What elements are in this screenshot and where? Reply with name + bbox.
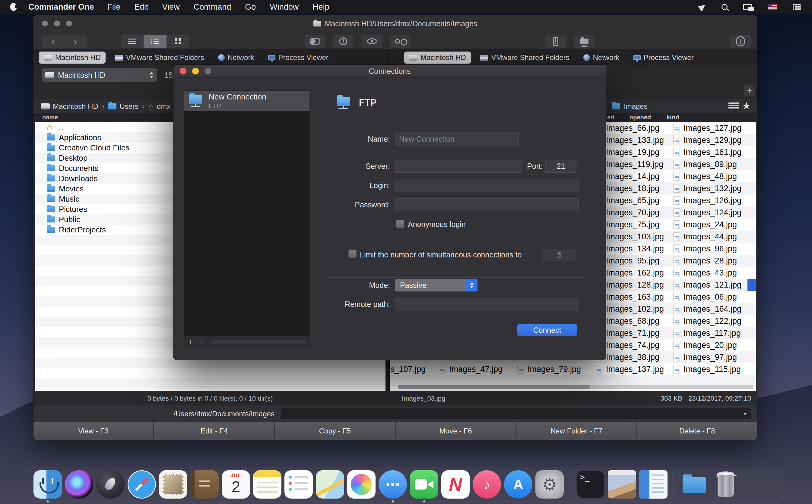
column-header-name[interactable]: name bbox=[42, 114, 58, 121]
menu-view[interactable]: View bbox=[162, 2, 180, 12]
itunes-dock-icon[interactable]: ♪ bbox=[473, 470, 501, 499]
app-menu[interactable]: Commander One bbox=[28, 2, 94, 12]
window-blue-dock-icon[interactable] bbox=[639, 470, 668, 499]
file-cell-images-44-jpg[interactable]: Images_44.jpg bbox=[673, 231, 737, 243]
menu-go[interactable]: Go bbox=[245, 2, 256, 12]
launchpad-dock-icon[interactable] bbox=[96, 470, 125, 499]
add-connection-button[interactable]: + bbox=[744, 85, 755, 96]
remote-path-field[interactable] bbox=[395, 298, 579, 310]
connection-list-item[interactable]: New Connection FTP bbox=[184, 91, 309, 111]
trash-dock-icon[interactable] bbox=[712, 470, 740, 499]
server-field[interactable] bbox=[395, 160, 523, 173]
file-cell-images-129-jpg[interactable]: Images_129.jpg bbox=[673, 134, 741, 146]
file-cell-images-48-jpg[interactable]: Images_48.jpg bbox=[673, 170, 737, 182]
file-cell-images-47-jpg[interactable]: Images_47.jpg bbox=[439, 363, 503, 375]
search-button[interactable] bbox=[390, 35, 411, 48]
download-button[interactable]: ↓ bbox=[730, 35, 751, 48]
port-field[interactable] bbox=[545, 160, 577, 173]
function-key-edit-f4[interactable]: Edit - F4 bbox=[154, 422, 274, 440]
file-cell-images-79-jpg[interactable]: Images_79.jpg bbox=[517, 363, 581, 375]
mode-popup[interactable]: Passive bbox=[395, 279, 478, 291]
function-key-view-f3[interactable]: View - F3 bbox=[33, 422, 153, 440]
facetime-dock-icon[interactable] bbox=[410, 470, 438, 499]
menu-edit[interactable]: Edit bbox=[134, 2, 148, 12]
file-cell-images-164-jpg[interactable]: Images_164.jpg bbox=[673, 303, 741, 315]
displays-icon[interactable] bbox=[743, 4, 752, 10]
file-cell-images-43-jpg[interactable]: Images_43.jpg bbox=[673, 267, 737, 279]
news-dock-icon[interactable]: N bbox=[441, 470, 470, 499]
menu-window[interactable]: Window bbox=[270, 2, 298, 12]
limit-connections-checkbox[interactable] bbox=[348, 250, 356, 258]
notes-dock-icon[interactable] bbox=[253, 470, 281, 499]
file-cell-images-132-jpg[interactable]: Images_132.jpg bbox=[673, 182, 741, 194]
zoom-button[interactable] bbox=[66, 20, 72, 27]
siri-dock-icon[interactable] bbox=[65, 470, 93, 499]
file-cell-images-122-jpg[interactable]: Images_122.jpg bbox=[673, 315, 741, 327]
info-button[interactable]: i bbox=[333, 35, 353, 48]
selected-file-marker[interactable] bbox=[747, 279, 756, 291]
dialog-minimize-button[interactable] bbox=[192, 68, 199, 74]
file-cell-images-20-jpg[interactable]: Images_20.jpg bbox=[673, 339, 737, 351]
list-view-icon[interactable] bbox=[728, 102, 739, 110]
file-cell-images-127-jpg[interactable]: Images_127.jpg bbox=[673, 122, 741, 134]
forward-button[interactable]: › bbox=[64, 35, 87, 47]
file-cell-images-06-jpg[interactable]: Images_06.jpg bbox=[673, 291, 737, 303]
menu-command[interactable]: Command bbox=[194, 2, 231, 12]
tab-network[interactable]: Network bbox=[579, 52, 624, 64]
file-cell-images-161-jpg[interactable]: Images_161.jpg bbox=[673, 146, 741, 158]
connect-button[interactable]: Connect bbox=[517, 324, 577, 336]
reminders-dock-icon[interactable] bbox=[284, 470, 313, 499]
terminal-dock-icon[interactable]: >_ bbox=[577, 470, 605, 499]
file-cell-images-126-jpg[interactable]: Images_126.jpg bbox=[673, 194, 741, 206]
function-key-delete-f8[interactable]: Delete - F8 bbox=[637, 422, 757, 440]
file-cell-images-117-jpg[interactable]: Images_117.jpg bbox=[673, 327, 741, 339]
password-field[interactable] bbox=[395, 198, 579, 211]
file-cell-images-115-jpg[interactable]: Images_115.jpg bbox=[673, 363, 741, 375]
archive-button[interactable] bbox=[545, 35, 566, 48]
column-header-kind[interactable]: kind bbox=[667, 114, 679, 121]
contacts-dock-icon[interactable] bbox=[190, 470, 219, 499]
file-cell-images-124-jpg[interactable]: Images_124.jpg bbox=[673, 206, 741, 219]
right-pane-folder[interactable]: Images bbox=[612, 99, 648, 113]
anonymous-checkbox[interactable] bbox=[396, 220, 404, 228]
messages-dock-icon[interactable] bbox=[378, 470, 407, 499]
tab-macintosh-hd[interactable]: Macintosh HD bbox=[404, 52, 471, 64]
file-cell-images-96-jpg[interactable]: Images_96.jpg bbox=[673, 243, 737, 255]
file-cell-images-89-jpg[interactable]: Images_89.jpg bbox=[673, 158, 737, 170]
function-key-move-f6[interactable]: Move - F6 bbox=[396, 422, 516, 440]
safari-dock-icon[interactable] bbox=[128, 470, 156, 499]
list-scroll-track[interactable] bbox=[210, 339, 307, 344]
dual-pane-toggle-button[interactable] bbox=[305, 35, 325, 48]
limit-count-field[interactable] bbox=[543, 249, 577, 261]
network-connect-button[interactable] bbox=[574, 35, 595, 48]
file-cell-images-137-jpg[interactable]: Images_137.jpg bbox=[596, 363, 664, 375]
appstore-dock-icon[interactable]: A bbox=[504, 470, 532, 499]
view-detail-button[interactable] bbox=[144, 35, 166, 48]
file-cell-images-24-jpg[interactable]: Images_24.jpg bbox=[673, 219, 737, 231]
tab-process-viewer[interactable]: Process Viewer bbox=[629, 52, 699, 64]
menu-list-icon[interactable] bbox=[793, 4, 801, 10]
tab-network[interactable]: Network bbox=[213, 52, 259, 64]
add-connection-button[interactable]: + bbox=[185, 336, 195, 348]
breadcrumb-item-dmx[interactable]: ⌂dmx bbox=[148, 102, 170, 111]
dialog-titlebar[interactable]: Connections bbox=[173, 65, 606, 78]
path-chevron-down-icon[interactable] bbox=[743, 413, 747, 415]
photos-dock-icon[interactable] bbox=[347, 470, 375, 499]
cursor-icon[interactable] bbox=[698, 2, 707, 12]
file-cell-images-28-jpg[interactable]: Images_28.jpg bbox=[673, 255, 737, 267]
login-field[interactable] bbox=[395, 179, 579, 192]
favorites-star-icon[interactable]: ★ bbox=[742, 100, 751, 112]
drive-selector[interactable]: Macintosh HD bbox=[42, 68, 157, 82]
scrollbar-thumb[interactable] bbox=[398, 385, 590, 389]
horizontal-scrollbar[interactable] bbox=[398, 385, 754, 389]
minimize-button[interactable] bbox=[54, 20, 60, 27]
menu-help[interactable]: Help bbox=[312, 2, 329, 12]
function-key-copy-f5[interactable]: Copy - F5 bbox=[275, 422, 395, 440]
view-grid-button[interactable] bbox=[166, 35, 189, 48]
us-flag-icon[interactable] bbox=[768, 4, 777, 10]
file-cell-s-107-jpg[interactable]: s_107.jpg bbox=[390, 363, 426, 375]
command-input[interactable] bbox=[281, 408, 751, 419]
close-button[interactable] bbox=[42, 20, 48, 27]
dialog-close-button[interactable] bbox=[180, 68, 186, 74]
file-cell-images-121-jpg[interactable]: Images_121.jpg bbox=[673, 279, 741, 291]
